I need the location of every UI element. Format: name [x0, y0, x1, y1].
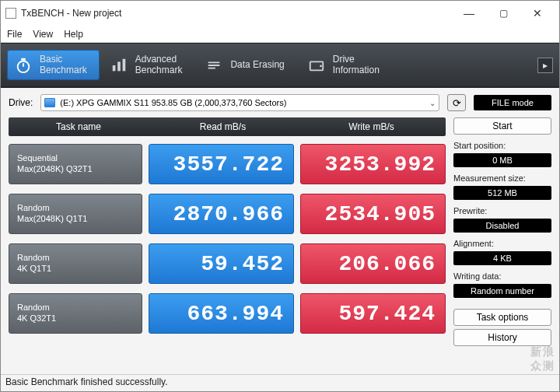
task-options-button[interactable]: Task options — [453, 309, 551, 326]
result-row: RandomMax(2048K) Q1T1 2870.966 2534.905 — [9, 194, 446, 234]
app-icon — [5, 8, 16, 19]
alignment-value[interactable]: 4 KB — [453, 251, 551, 265]
col-task: Task name — [9, 121, 149, 132]
reload-icon: ⟳ — [453, 97, 461, 109]
svg-rect-2 — [21, 58, 26, 60]
svg-rect-3 — [112, 65, 115, 71]
result-row: Random4K Q1T1 59.452 206.066 — [9, 243, 446, 284]
task-button-rand-q1t1-2048k[interactable]: RandomMax(2048K) Q1T1 — [9, 194, 142, 234]
start-position-value[interactable]: 0 MB — [453, 153, 551, 167]
task-button-seq-q32t1[interactable]: SequentialMax(2048K) Q32T1 — [9, 144, 142, 184]
reload-button[interactable]: ⟳ — [447, 94, 466, 111]
tab-basic-benchmark[interactable]: BasicBenchmark — [7, 50, 100, 81]
read-value: 2870.966 — [149, 194, 294, 234]
start-button[interactable]: Start — [453, 117, 551, 135]
minimize-button[interactable] — [452, 2, 486, 24]
drive-label: Drive: — [9, 97, 33, 108]
task-button-rand-4k-q1t1[interactable]: Random4K Q1T1 — [9, 243, 142, 284]
results-header: Task name Read mB/s Write mB/s — [9, 117, 446, 136]
tab-label: Data Erasing — [230, 60, 284, 71]
tab-data-erasing[interactable]: Data Erasing — [198, 52, 296, 79]
col-read: Read mB/s — [149, 121, 297, 132]
read-value: 59.452 — [149, 243, 294, 284]
tabs-overflow-button[interactable]: ▸ — [537, 58, 553, 73]
label-alignment: Alignment: — [453, 239, 551, 248]
result-row: SequentialMax(2048K) Q32T1 3557.722 3253… — [9, 144, 446, 184]
write-value: 3253.992 — [300, 144, 446, 184]
stopwatch-icon — [15, 57, 32, 74]
tab-drive-information[interactable]: DriveInformation — [300, 50, 392, 81]
measurement-size-value[interactable]: 512 MB — [453, 186, 551, 200]
read-value: 3557.722 — [149, 144, 294, 184]
menu-view[interactable]: View — [33, 29, 53, 40]
app-window: TxBENCH - New project File View Help Bas… — [0, 0, 560, 392]
tab-label: BasicBenchmark — [40, 54, 87, 76]
label-prewrite: Prewrite: — [453, 206, 551, 215]
label-measurement-size: Measurement size: — [453, 173, 551, 183]
side-panel: Start Start position: 0 MB Measurement s… — [453, 117, 551, 374]
drive-select[interactable]: (E:) XPG GAMMIX S11 953.85 GB (2,000,373… — [40, 94, 439, 111]
window-title: TxBENCH - New project — [21, 8, 121, 19]
chevron-down-icon: ⌄ — [429, 99, 436, 107]
svg-point-7 — [320, 65, 322, 67]
title-bar: TxBENCH - New project — [1, 1, 559, 26]
menu-file[interactable]: File — [7, 29, 22, 40]
erase-icon — [205, 57, 222, 74]
tab-label: DriveInformation — [333, 54, 380, 76]
history-button[interactable]: History — [453, 329, 551, 346]
write-value: 2534.905 — [300, 194, 446, 234]
drive-icon — [308, 57, 325, 74]
status-text: Basic Benchmark finished successfully. — [5, 376, 168, 387]
menu-help[interactable]: Help — [64, 29, 83, 40]
prewrite-value[interactable]: Disabled — [453, 219, 551, 233]
drive-value: (E:) XPG GAMMIX S11 953.85 GB (2,000,373… — [60, 98, 286, 107]
tab-advanced-benchmark[interactable]: AdvancedBenchmark — [103, 50, 195, 81]
status-bar: Basic Benchmark finished successfully. — [1, 374, 559, 391]
file-mode-button[interactable]: FILE mode — [474, 95, 551, 110]
results-panel: Task name Read mB/s Write mB/s Sequentia… — [9, 117, 446, 374]
tab-strip: BasicBenchmark AdvancedBenchmark Data Er… — [1, 43, 559, 88]
drive-row: Drive: (E:) XPG GAMMIX S11 953.85 GB (2,… — [9, 94, 551, 111]
maximize-button[interactable] — [486, 2, 520, 24]
svg-rect-4 — [117, 61, 121, 71]
writing-data-value[interactable]: Random number — [453, 284, 551, 298]
read-value: 663.994 — [149, 293, 294, 334]
menu-bar: File View Help — [1, 26, 559, 43]
content-area: Drive: (E:) XPG GAMMIX S11 953.85 GB (2,… — [1, 88, 559, 374]
bar-chart-icon — [110, 57, 128, 74]
label-start-position: Start position: — [453, 141, 551, 150]
close-button[interactable] — [520, 2, 555, 24]
label-writing-data: Writing data: — [453, 271, 551, 281]
col-write: Write mB/s — [297, 121, 446, 132]
write-value: 597.424 — [300, 293, 446, 334]
task-button-rand-4k-q32t1[interactable]: Random4K Q32T1 — [9, 293, 142, 334]
write-value: 206.066 — [300, 243, 446, 284]
drive-glyph-icon — [44, 98, 55, 107]
svg-rect-5 — [122, 58, 125, 71]
tab-label: AdvancedBenchmark — [135, 54, 183, 76]
result-row: Random4K Q32T1 663.994 597.424 — [9, 293, 446, 334]
